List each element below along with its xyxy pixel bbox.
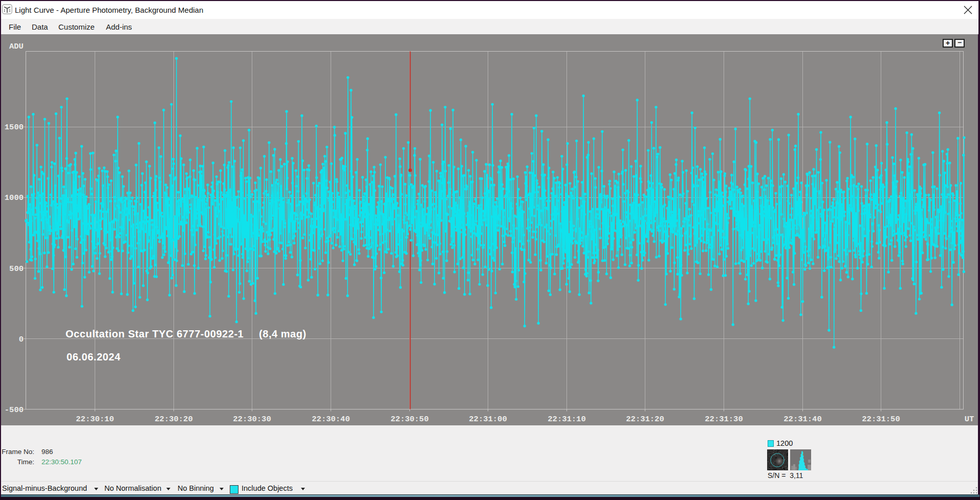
svg-text:ADU: ADU	[9, 42, 24, 51]
svg-text:22:30:30: 22:30:30	[233, 415, 271, 424]
svg-text:1000: 1000	[5, 193, 24, 202]
svg-text:0: 0	[19, 335, 24, 344]
svg-text:(8,4 mag): (8,4 mag)	[259, 328, 307, 339]
svg-text:22:31:40: 22:31:40	[783, 415, 821, 424]
svg-text:22:30:50: 22:30:50	[390, 415, 428, 424]
svg-text:500: 500	[9, 264, 24, 274]
svg-text:22:31:50: 22:31:50	[862, 415, 900, 424]
svg-text:1500: 1500	[5, 123, 24, 132]
svg-text:22:31:20: 22:31:20	[626, 415, 664, 424]
svg-text:22:31:00: 22:31:00	[469, 415, 507, 424]
svg-text:22:30:40: 22:30:40	[312, 415, 350, 424]
svg-text:UT: UT	[965, 415, 974, 424]
svg-text:22:31:30: 22:31:30	[705, 415, 743, 424]
svg-text:22:31:10: 22:31:10	[548, 415, 585, 424]
svg-text:-500: -500	[5, 405, 24, 415]
svg-text:06.06.2024: 06.06.2024	[67, 351, 121, 362]
svg-text:22:30:20: 22:30:20	[155, 415, 192, 424]
svg-text:Occultation Star TYC 6777-0092: Occultation Star TYC 6777-00922-1	[66, 328, 244, 339]
svg-text:22:30:10: 22:30:10	[76, 415, 114, 424]
